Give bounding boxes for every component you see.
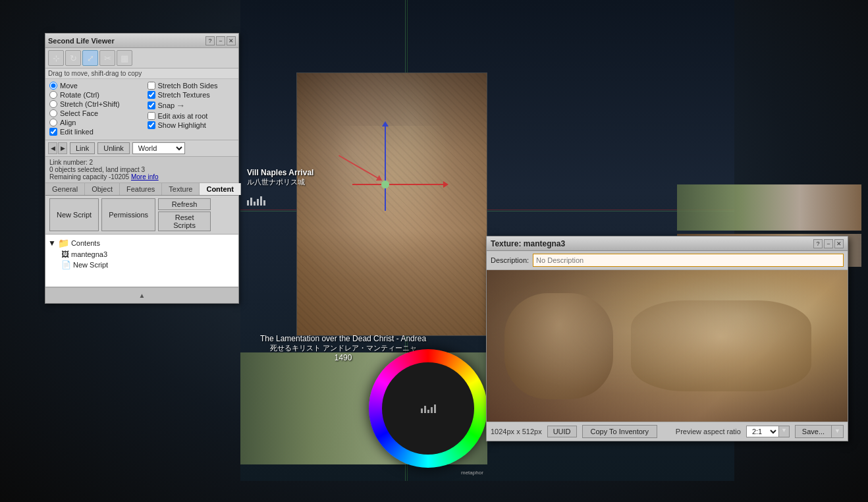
radio-rotate[interactable] xyxy=(49,91,57,99)
tab-content[interactable]: Content xyxy=(200,183,241,195)
cb-edit-linked[interactable] xyxy=(49,128,57,136)
close-button[interactable]: ✕ xyxy=(227,36,236,45)
folder-label: Contents xyxy=(71,239,100,247)
ratio-select[interactable]: 2:1 1:1 4:3 xyxy=(746,426,779,437)
texture-footer: 1024px x 512px UUID Copy To Inventory Pr… xyxy=(487,422,848,441)
next-arrow[interactable]: ▶ xyxy=(58,142,67,154)
collapse-icon[interactable]: ▲ xyxy=(139,292,146,299)
option-stretch-both: Stretch Both Sides xyxy=(148,82,235,90)
option-move: Move xyxy=(49,82,137,90)
tex-help-btn[interactable]: ? xyxy=(813,239,823,248)
snap-tool-btn[interactable]: ✂ xyxy=(99,50,115,66)
figure-shape-1 xyxy=(504,293,612,399)
gizmo-x-neg xyxy=(352,184,385,185)
option-edit-axis: Edit axis at root xyxy=(148,112,235,120)
ratio-dropdown-arrow[interactable]: ▼ xyxy=(779,426,790,437)
save-dropdown-arrow[interactable]: ▼ xyxy=(832,425,844,438)
align-label: Align xyxy=(60,119,76,126)
panel-title: Second Life Viewer xyxy=(48,37,115,45)
unlink-button[interactable]: Unlink xyxy=(97,142,130,154)
move-tool-btn[interactable]: ⊹ xyxy=(48,50,64,66)
tab-features[interactable]: Features xyxy=(120,183,162,195)
link-row: ◀ ▶ Link Unlink World Local Reference xyxy=(45,140,238,157)
edit-panel-titlebar: Second Life Viewer ? − ✕ xyxy=(45,34,238,48)
align-tool-btn[interactable]: ▦ xyxy=(117,50,132,66)
folder-icon: 📁 xyxy=(58,238,69,248)
texture-figure xyxy=(487,270,848,422)
titlebar-buttons: ? − ✕ xyxy=(205,36,236,45)
cb-stretch-both[interactable] xyxy=(148,82,155,90)
wheel-bars xyxy=(421,404,436,413)
tex-titlebar-btns: ? − ✕ xyxy=(813,239,844,248)
gizmo-x-arrow xyxy=(443,181,448,188)
help-button[interactable]: ? xyxy=(205,36,215,45)
tex-close-btn[interactable]: ✕ xyxy=(834,239,844,248)
gizmo-center xyxy=(381,181,389,188)
prev-arrow[interactable]: ◀ xyxy=(48,142,57,154)
texture-window: Texture: mantegna3 ? − ✕ Description: 10… xyxy=(486,236,848,441)
more-info-link[interactable]: More info xyxy=(131,173,159,181)
viewport-label-1: Vill Naples Arrival ル八世ナポリス城 xyxy=(247,168,313,187)
gizmo-x-axis xyxy=(385,184,445,185)
tab-general[interactable]: General xyxy=(45,183,85,195)
cb-edit-axis[interactable] xyxy=(148,112,155,120)
minimize-button[interactable]: − xyxy=(216,36,225,45)
tab-row: General Object Features Texture Content xyxy=(45,183,238,196)
uuid-button[interactable]: UUID xyxy=(547,426,577,437)
panel-bottom[interactable]: ▲ xyxy=(45,287,238,303)
options-columns: Move Rotate (Ctrl) Stretch (Ctrl+Shift) … xyxy=(49,82,234,137)
remaining-capacity: Remaining capacity -10205 More info xyxy=(49,173,234,181)
cb-show-highlight[interactable] xyxy=(148,121,155,129)
item-mantegna3-label: mantegna3 xyxy=(71,250,107,258)
description-input[interactable] xyxy=(533,254,844,267)
tex-min-btn[interactable]: − xyxy=(824,239,833,248)
show-highlight-label: Show Highlight xyxy=(158,121,206,129)
tab-object[interactable]: Object xyxy=(85,183,120,195)
link-button[interactable]: Link xyxy=(70,142,95,154)
radio-move[interactable] xyxy=(49,82,57,90)
info-section: Link number: 2 0 objects selected, land … xyxy=(45,157,238,183)
option-align: Align xyxy=(49,119,137,126)
color-wheel[interactable] xyxy=(369,349,487,468)
tree-folder-contents[interactable]: ▼ 📁 Contents xyxy=(48,237,236,249)
stretch-both-label: Stretch Both Sides xyxy=(158,82,218,90)
radio-align[interactable] xyxy=(49,119,57,126)
contents-tree: ▼ 📁 Contents 🖼 mantegna3 📄 New Script xyxy=(48,237,236,270)
description-row: Description: xyxy=(487,251,848,270)
radio-select-face[interactable] xyxy=(49,109,57,117)
music-bars xyxy=(247,196,265,206)
tab-texture[interactable]: Texture xyxy=(162,183,200,195)
gizmo-y-axis xyxy=(385,125,386,184)
option-snap: Snap → xyxy=(148,100,235,111)
move-label: Move xyxy=(60,82,78,90)
texture-title: Texture: mantegna3 xyxy=(491,239,565,248)
snap-arrow[interactable]: → xyxy=(176,100,185,111)
cb-snap[interactable] xyxy=(148,101,155,109)
cb-stretch-tex[interactable] xyxy=(148,91,155,99)
save-button[interactable]: Save... xyxy=(795,425,832,438)
texture-titlebar: Texture: mantegna3 ? − ✕ xyxy=(487,237,848,251)
tree-item-mantegna3[interactable]: 🖼 mantegna3 xyxy=(48,249,236,260)
stretch-tex-label: Stretch Textures xyxy=(158,91,210,99)
snap-label: Snap xyxy=(158,101,175,109)
right-artwork xyxy=(677,184,861,231)
select-face-label: Select Face xyxy=(60,109,98,117)
texture-icon: 🖼 xyxy=(61,250,69,259)
rotate-tool-btn[interactable]: ↻ xyxy=(65,50,81,66)
rotate-label: Rotate (Ctrl) xyxy=(60,91,99,99)
copy-inventory-button[interactable]: Copy To Inventory xyxy=(582,425,657,438)
scripts-toolbar-right: Refresh Reset Scripts xyxy=(158,198,211,231)
script-icon: 📄 xyxy=(61,260,71,269)
stretch-tool-btn[interactable]: ⤢ xyxy=(82,50,98,66)
gizmo-y-arrow xyxy=(382,121,389,126)
reference-select[interactable]: World Local Reference xyxy=(132,142,185,154)
reset-scripts-button[interactable]: Reset Scripts xyxy=(158,211,211,231)
tree-item-new-script[interactable]: 📄 New Script xyxy=(48,260,236,270)
permissions-button[interactable]: Permissions xyxy=(101,198,155,231)
option-stretch-tex: Stretch Textures xyxy=(148,91,235,99)
new-script-button[interactable]: New Script xyxy=(49,198,99,231)
radio-stretch[interactable] xyxy=(49,100,57,108)
preview-ratio-label: Preview aspect ratio xyxy=(676,428,741,435)
transform-gizmo[interactable] xyxy=(346,145,425,224)
refresh-button[interactable]: Refresh xyxy=(158,198,211,210)
